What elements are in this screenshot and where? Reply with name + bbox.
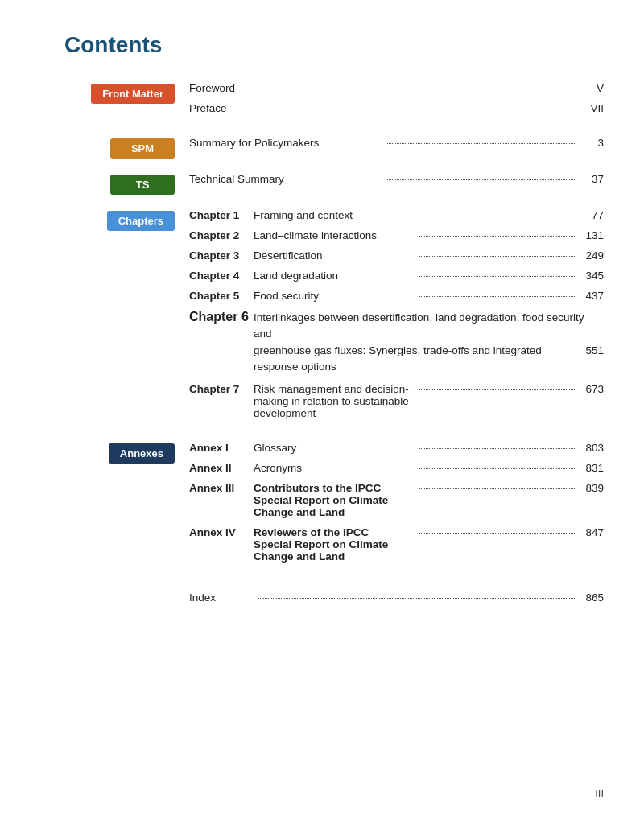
toc-title-preface: Preface xyxy=(189,102,382,114)
toc-page-annex1: 803 xyxy=(580,442,604,454)
toc-page-ch7: 673 xyxy=(580,383,604,395)
toc-page-ch5: 437 xyxy=(580,290,604,302)
label-annexes[interactable]: Annexes xyxy=(109,443,175,464)
toc-row-ch1[interactable]: Chapter 1 Framing and context 77 xyxy=(189,209,604,221)
toc-row-ch5[interactable]: Chapter 5 Food security 437 xyxy=(189,290,604,302)
annex-num-2: Annex II xyxy=(189,462,254,474)
label-chapters[interactable]: Chapters xyxy=(107,211,175,231)
chapter-num-6: Chapter 6 xyxy=(189,310,254,324)
toc-row-ch3[interactable]: Chapter 3 Desertification 249 xyxy=(189,249,604,262)
toc-dots-ts xyxy=(387,179,576,180)
index-label: Index xyxy=(189,591,254,604)
section-spm: SPM Summary for Policymakers 3 xyxy=(40,137,604,159)
toc-page-index: 865 xyxy=(580,591,604,604)
toc-row-spm[interactable]: Summary for Policymakers 3 xyxy=(189,137,604,149)
toc-row-ch6[interactable]: Chapter 6 Interlinkages between desertif… xyxy=(189,310,604,375)
toc-dots-ch2 xyxy=(419,236,576,237)
toc-dots-annex3 xyxy=(419,488,576,489)
chapter-num-7: Chapter 7 xyxy=(189,383,254,395)
page-number: III xyxy=(595,788,604,800)
toc-page-annex3: 839 xyxy=(580,482,604,494)
section-label-col-front-matter: Front Matter xyxy=(40,82,189,104)
toc-page-ch1: 77 xyxy=(580,209,604,221)
toc-dots-annex1 xyxy=(419,448,576,449)
toc-dots-annex2 xyxy=(419,468,576,469)
toc-title-annex3: Contributors to the IPCC Special Report … xyxy=(254,482,415,518)
chapter-num-5: Chapter 5 xyxy=(189,290,254,302)
toc-page-ch3: 249 xyxy=(580,249,604,262)
toc-dots-ch3 xyxy=(419,256,576,257)
toc-row-annex3[interactable]: Annex III Contributors to the IPCC Speci… xyxy=(189,482,604,518)
toc-dots-spm xyxy=(387,143,576,144)
toc-title-ch2: Land–climate interactions xyxy=(254,229,415,241)
toc-multiline-right-ch6: Interlinkages between desertification, l… xyxy=(254,310,604,375)
toc-title-ch4: Land degradation xyxy=(254,270,415,282)
section-index: Index 865 xyxy=(40,585,604,607)
toc-title-ch1: Framing and context xyxy=(254,209,415,221)
toc-page-ch4: 345 xyxy=(580,270,604,282)
toc-page-preface: VII xyxy=(580,102,604,114)
section-chapters: Chapters Chapter 1 Framing and context 7… xyxy=(40,209,604,427)
toc-dots-ch4 xyxy=(419,276,576,277)
chapter-num-4: Chapter 4 xyxy=(189,270,254,282)
toc-dots-annex4 xyxy=(419,533,576,534)
section-content-chapters: Chapter 1 Framing and context 77 Chapter… xyxy=(189,209,604,427)
toc-title-ch6-line2: greenhouse gas fluxes: Synergies, trade-… xyxy=(254,343,570,376)
toc-row-annex4[interactable]: Annex IV Reviewers of the IPCC Special R… xyxy=(189,526,604,563)
toc-title-spm: Summary for Policymakers xyxy=(189,137,382,149)
section-label-col-index xyxy=(40,585,189,587)
toc-row-ch7[interactable]: Chapter 7 Risk management and decision-m… xyxy=(189,383,604,419)
annex-num-1: Annex I xyxy=(189,442,254,454)
toc-row-foreword[interactable]: Foreword V xyxy=(189,82,604,94)
label-spm[interactable]: SPM xyxy=(110,138,175,159)
toc-dots-ch7 xyxy=(419,389,576,390)
toc-title-annex1: Glossary xyxy=(254,442,415,454)
section-content-ts: Technical Summary 37 xyxy=(189,173,604,193)
section-content-annexes: Annex I Glossary 803 Annex II Acronyms 8… xyxy=(189,442,604,571)
toc-dots-preface xyxy=(387,109,576,109)
toc-page-ch6: 551 xyxy=(580,344,604,356)
chapter-num-1: Chapter 1 xyxy=(189,209,254,221)
chapter-num-2: Chapter 2 xyxy=(189,229,254,241)
toc-title-ch3: Desertification xyxy=(254,249,415,262)
toc-dots-index xyxy=(258,598,575,599)
section-content-front-matter: Foreword V Preface VII xyxy=(189,82,604,122)
toc-title-ts: Technical Summary xyxy=(189,173,382,185)
section-label-col-spm: SPM xyxy=(40,137,189,159)
toc-dots-ch1 xyxy=(419,216,576,216)
toc-title-annex2: Acronyms xyxy=(254,462,415,474)
section-label-col-chapters: Chapters xyxy=(40,209,189,231)
toc-row-ch2[interactable]: Chapter 2 Land–climate interactions 131 xyxy=(189,229,604,241)
toc-row-index[interactable]: Index 865 xyxy=(189,591,604,604)
annex-num-4: Annex IV xyxy=(189,526,254,538)
toc-page-ch2: 131 xyxy=(580,229,604,241)
toc-row-ch4[interactable]: Chapter 4 Land degradation 345 xyxy=(189,270,604,282)
toc-title-foreword: Foreword xyxy=(189,82,382,94)
toc-page-spm: 3 xyxy=(580,137,604,149)
toc-page-annex4: 847 xyxy=(580,526,604,538)
toc-page-annex2: 831 xyxy=(580,462,604,474)
section-label-col-ts: TS xyxy=(40,173,189,195)
section-content-index: Index 865 xyxy=(189,585,604,607)
toc-page-ts: 37 xyxy=(580,173,604,185)
label-ts[interactable]: TS xyxy=(110,175,175,195)
toc-title-ch7: Risk management and decision-making in r… xyxy=(254,383,415,419)
toc-row-preface[interactable]: Preface VII xyxy=(189,102,604,114)
toc-row-annex1[interactable]: Annex I Glossary 803 xyxy=(189,442,604,454)
page-title: Contents xyxy=(40,32,604,58)
toc-row-ts[interactable]: Technical Summary 37 xyxy=(189,173,604,185)
toc-multiline-bottom-ch6: greenhouse gas fluxes: Synergies, trade-… xyxy=(254,343,604,376)
annex-num-3: Annex III xyxy=(189,482,254,494)
section-content-spm: Summary for Policymakers 3 xyxy=(189,137,604,157)
label-front-matter[interactable]: Front Matter xyxy=(91,84,175,104)
toc-dots-ch5 xyxy=(419,296,576,297)
page: Contents Front Matter Foreword V Preface… xyxy=(0,0,644,670)
toc-row-annex2[interactable]: Annex II Acronyms 831 xyxy=(189,462,604,474)
toc-title-ch5: Food security xyxy=(254,290,415,302)
chapter-num-3: Chapter 3 xyxy=(189,249,254,262)
toc-title-ch6-line1: Interlinkages between desertification, l… xyxy=(254,310,604,343)
section-annexes: Annexes Annex I Glossary 803 Annex II Ac… xyxy=(40,442,604,571)
section-label-col-annexes: Annexes xyxy=(40,442,189,464)
toc-page-foreword: V xyxy=(580,82,604,94)
toc-dots xyxy=(387,89,576,89)
